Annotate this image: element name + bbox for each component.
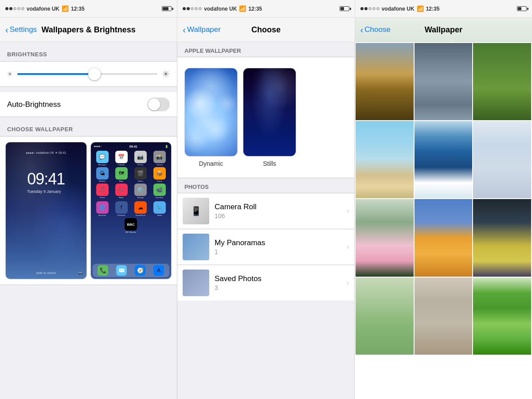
nav-back-label-2[interactable]: Wallpaper xyxy=(187,25,221,34)
nav-back-choose[interactable]: ‹ Choose xyxy=(360,25,391,34)
battery-3 xyxy=(517,6,527,11)
music-icon: 🎶 xyxy=(115,184,128,196)
app-maps[interactable]: 🗺 Maps xyxy=(113,167,130,182)
auto-brightness-toggle[interactable] xyxy=(147,98,170,111)
dock-mail-icon[interactable]: ✉️ xyxy=(116,265,127,276)
album-camera-roll[interactable]: 📱 Camera Roll 106 › xyxy=(177,193,354,229)
app-twitter[interactable]: 🐦 Twitter xyxy=(151,201,168,216)
app-music[interactable]: 🎶 Music xyxy=(113,184,130,199)
photos-icon: 📷 xyxy=(134,151,147,163)
nav-back-wallpaper[interactable]: ‹ Wallpaper xyxy=(183,25,221,34)
app-extras[interactable]: 📦 Extras xyxy=(151,167,168,182)
camera-app-icon: 📸 xyxy=(153,151,166,163)
lock-screen-preview[interactable]: ●●●●○ vodafone UK ✦ 09:41 09:41 Tuesday … xyxy=(5,142,87,279)
dynamic-bg xyxy=(185,68,237,156)
nav-back-label-1[interactable]: Settings xyxy=(10,25,37,34)
bbc-icon: BBC xyxy=(125,218,137,231)
camera-roll-info: Camera Roll 106 xyxy=(215,203,341,219)
app-facebook[interactable]: f Facebook xyxy=(113,201,130,216)
status-left-3: vodafone UK 📶 12:35 xyxy=(360,5,440,12)
app-puniverse[interactable]: 🌐 puniverse xyxy=(94,201,111,216)
settings-icon: ⚙️ xyxy=(134,184,147,196)
wallpaper-item-2[interactable] xyxy=(415,43,473,120)
apple-wallpaper-section: Dynamic Stills xyxy=(177,57,354,178)
app-photos[interactable]: 📷 Photos xyxy=(132,151,149,166)
wallpaper-item-1[interactable] xyxy=(356,43,414,120)
wallpaper-item-8[interactable] xyxy=(415,199,473,276)
stills-wallpaper-thumb[interactable]: Stills xyxy=(243,68,296,167)
toggle-knob xyxy=(148,98,160,110)
wallpaper-item-5[interactable] xyxy=(415,121,473,198)
maps-icon: 🗺 xyxy=(115,167,128,180)
wallpaper-item-10[interactable] xyxy=(356,278,414,355)
app-settings[interactable]: ⚙️ Settings xyxy=(132,184,149,199)
second-row: 🌐 puniverse f Facebook ☁ SoundCloud � xyxy=(93,201,170,216)
app-calendar[interactable]: 📅 Calendar xyxy=(113,151,130,166)
dot xyxy=(364,7,368,10)
app-bbc[interactable]: BBC BBC Weather xyxy=(125,218,137,233)
dock-appstore-icon[interactable]: A xyxy=(153,265,164,276)
facetime-icon: 📹 xyxy=(153,184,166,196)
app-grid: 💬 Messages 📅 Calendar 📷 Photos 📸 xyxy=(93,150,170,200)
app-facetime[interactable]: 📹 FaceTime xyxy=(151,184,168,199)
status-bar: vodafone UK 📶 12:35 vodafone UK 📶 12:35 xyxy=(0,0,532,18)
app-itunes[interactable]: 🎵 iTunes xyxy=(94,184,111,199)
calendar-icon: 📅 xyxy=(115,151,128,163)
signal-3 xyxy=(360,7,379,10)
wallpaper-item-6[interactable] xyxy=(473,121,531,198)
wallpaper-item-9[interactable] xyxy=(473,199,531,276)
calendar-thumb-icon: 📱 xyxy=(191,206,202,216)
dynamic-wallpaper-thumb[interactable]: Dynamic xyxy=(184,68,238,167)
dot xyxy=(17,7,20,10)
dot xyxy=(187,7,190,10)
app-soundcloud[interactable]: ☁ SoundCloud xyxy=(132,201,149,216)
home-screen-bg: ●●●●○ 09:41 🔋 💬 Messages 📅 Calendar xyxy=(91,142,172,279)
home-battery-icon: 🔋 xyxy=(165,145,168,148)
nav-section-1: ‹ Settings Wallpapers & Brightness xyxy=(0,18,177,42)
panel-wallpaper-grid xyxy=(355,42,532,399)
nav-bar: ‹ Settings Wallpapers & Brightness ‹ Wal… xyxy=(0,18,532,42)
wallpaper-item-11[interactable] xyxy=(415,278,473,355)
status-left-1: vodafone UK 📶 12:35 xyxy=(5,5,85,12)
camera-icon: 📷 xyxy=(78,271,83,275)
app-weather[interactable]: 🌤 Weather xyxy=(94,167,111,182)
dot xyxy=(9,7,12,10)
wallpaper-item-4[interactable] xyxy=(356,121,414,198)
album-panoramas[interactable]: My Panoramas 1 › xyxy=(177,229,354,265)
chevron-left-icon: ‹ xyxy=(360,25,364,34)
app-messages[interactable]: 💬 Messages xyxy=(94,151,111,166)
extras-icon: 📦 xyxy=(153,167,166,180)
battery-fill-3 xyxy=(518,7,521,10)
panel-choose-wallpaper: APPLE WALLPAPER Dynamic xyxy=(177,42,355,399)
wifi-icon-1: 📶 xyxy=(62,5,69,12)
dot xyxy=(183,7,186,10)
nav-back-label-3[interactable]: Choose xyxy=(364,25,391,34)
home-screen-preview[interactable]: ●●●●○ 09:41 🔋 💬 Messages 📅 Calendar xyxy=(90,142,172,279)
choose-wallpaper-header: CHOOSE WALLPAPER xyxy=(0,117,177,136)
brightness-slider-thumb[interactable] xyxy=(88,68,101,80)
dock-phone-icon[interactable]: 📞 xyxy=(98,265,108,276)
wallpaper-item-3[interactable] xyxy=(473,43,531,120)
chevron-left-icon: ‹ xyxy=(183,25,186,34)
status-right-2 xyxy=(340,6,349,11)
nav-back-settings[interactable]: ‹ Settings xyxy=(5,25,37,34)
battery-fill-1 xyxy=(163,7,168,10)
album-saved[interactable]: Saved Photos 3 › xyxy=(177,265,354,301)
nav-section-3: ‹ Choose Wallpaper xyxy=(355,18,532,42)
time-3: 12:35 xyxy=(426,6,440,12)
dock-safari-icon[interactable]: 🧭 xyxy=(135,265,145,276)
panoramas-thumb xyxy=(183,234,209,260)
camera-roll-count: 106 xyxy=(215,212,341,219)
home-time: 09:41 xyxy=(129,145,137,148)
auto-brightness-row: Auto-Brightness xyxy=(0,92,177,117)
time-2: 12:35 xyxy=(248,6,262,12)
app-videos[interactable]: 🎬 Videos xyxy=(132,167,149,182)
wallpaper-item-7[interactable] xyxy=(356,199,414,276)
wallpaper-item-12[interactable] xyxy=(473,278,531,355)
videos-icon: 🎬 xyxy=(134,167,147,180)
app-camera[interactable]: 📸 Camera xyxy=(151,151,168,166)
saved-name: Saved Photos xyxy=(215,274,341,283)
photos-header: PHOTOS xyxy=(177,178,354,193)
nav-title-2: Choose xyxy=(251,25,281,35)
chevron-right-icon: › xyxy=(347,207,349,215)
